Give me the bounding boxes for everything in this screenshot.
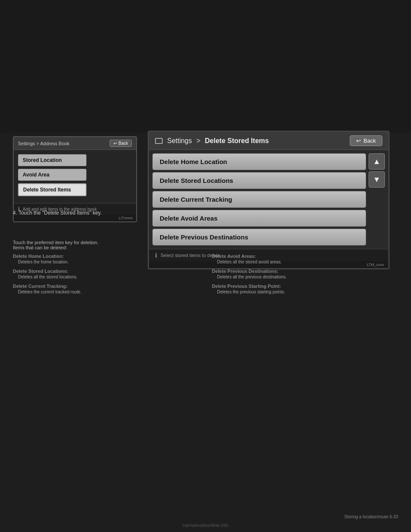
delete-home-location-button[interactable]: Delete Home Location [152,153,366,170]
description-columns: Delete Home Location: Deletes the home l… [13,254,398,299]
breadcrumb-arrow: > [197,137,200,144]
right-screen-header: Settings > Delete Stored Items ↩ Back [149,132,388,150]
desc-item-tracking: Delete Current Tracking: Deletes the cur… [13,284,199,294]
desc-item-home: Delete Home Location: Deletes the home l… [13,254,199,264]
left-screen-body: Stored Location Avoid Area Delete Stored… [14,150,136,203]
desc-label-previous-dest: Delete Previous Destinations: [212,269,398,274]
left-screen-header: Settings > Address Book ↩ Back [14,137,136,150]
delete-stored-items-button[interactable]: Delete Stored Items [18,183,86,196]
right-screen-body: Delete Home Location Delete Stored Locat… [149,150,388,249]
settings-word: Settings [167,137,192,144]
desc-item-starting-point: Delete Previous Starting Point: Deletes … [212,284,398,294]
watermark-text: carmanualsonline.info [182,523,228,528]
desc-item-stored: Delete Stored Locations: Deletes all the… [13,269,199,279]
description-area: Touch the preferred item key for deletio… [13,240,398,299]
monitor-icon [155,138,163,144]
delete-menu-list: Delete Home Location Delete Stored Locat… [152,153,366,245]
watermark: carmanualsonline.info [182,523,228,528]
left-back-button[interactable]: ↩ Back [110,140,132,147]
stored-location-button[interactable]: Stored Location [18,154,86,166]
desc-label-home: Delete Home Location: [13,254,199,259]
desc-text-stored: Deletes all the stored locations. [13,275,199,279]
step-number: 4. [13,210,17,216]
desc-text-tracking: Deletes the current tracked route. [13,290,199,294]
left-navigation-screen: Settings > Address Book ↩ Back Stored Lo… [13,136,137,222]
page-footer: Storing a location/route 6-33 [344,514,398,519]
scroll-down-button[interactable]: ▼ [369,171,385,188]
description-left-column: Delete Home Location: Deletes the home l… [13,254,199,299]
desc-text-home: Deletes the home location. [13,260,199,264]
desc-label-starting-point: Delete Previous Starting Point: [212,284,398,289]
right-screen-subtitle: Delete Stored Items [205,137,269,144]
left-screen-title: Settings > Address Book [18,141,69,146]
desc-label-stored: Delete Stored Locations: [13,269,199,274]
desc-text-starting-point: Deletes the previous starting points. [212,290,398,294]
delete-current-tracking-button[interactable]: Delete Current Tracking [152,191,366,208]
step-text-content: Touch the "Delete Stored Items" key. [18,210,101,216]
scroll-up-button[interactable]: ▲ [369,153,385,170]
desc-item-previous-dest: Delete Previous Destinations: Deletes al… [212,269,398,279]
desc-text-avoid: Deletes all the stored avoid areas. [212,260,398,264]
step-instruction: 4. Touch the "Delete Stored Items" key. [13,210,102,216]
right-back-button[interactable]: ↩ Back [350,135,382,146]
delete-stored-locations-button[interactable]: Delete Stored Locations [152,172,366,189]
desc-label-tracking: Delete Current Tracking: [13,284,199,289]
scroll-controls: ▲ ▼ [369,153,385,245]
desc-item-avoid: Delete Avoid Areas: Deletes all the stor… [212,254,398,264]
avoid-area-button[interactable]: Avoid Area [18,169,86,181]
desc-label-avoid: Delete Avoid Areas: [212,254,398,259]
back-arrow-icon-large: ↩ [356,137,361,144]
right-screen-title: Settings > Delete Stored Items [155,137,269,145]
description-intro: Touch the preferred item key for deletio… [13,240,398,250]
description-right-column: Delete Avoid Areas: Deletes all the stor… [212,254,398,299]
desc-text-previous-dest: Deletes all the previous destinations. [212,275,398,279]
delete-avoid-areas-button[interactable]: Delete Avoid Areas [152,210,366,227]
page-footer-text: Storing a location/route 6-33 [344,514,398,519]
page-background: Settings > Address Book ↩ Back Stored Lo… [0,0,411,532]
back-arrow-icon-small: ↩ [113,141,117,146]
top-dark-area [0,0,411,133]
